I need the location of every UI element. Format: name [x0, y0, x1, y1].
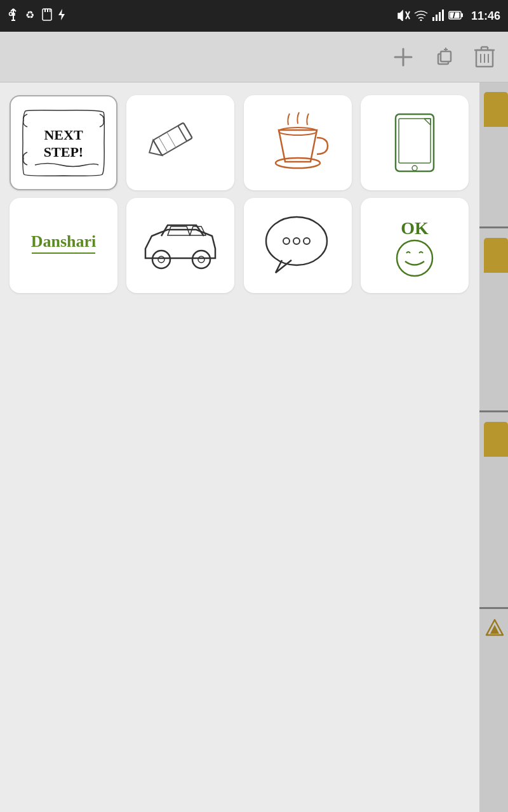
svg-point-62 [397, 240, 432, 276]
svg-rect-11 [50, 9, 51, 12]
svg-point-57 [266, 217, 327, 265]
svg-point-59 [293, 238, 300, 244]
sticker-car[interactable] [126, 198, 234, 293]
sticker-next-step[interactable]: NEXT STEP! [10, 95, 117, 190]
toolbar [0, 32, 508, 82]
svg-rect-21 [461, 13, 463, 17]
svg-line-43 [159, 137, 168, 152]
svg-rect-27 [441, 51, 451, 62]
svg-point-54 [158, 256, 164, 263]
svg-text:OK: OK [401, 218, 429, 238]
sidebar-section-3 [479, 412, 508, 609]
svg-text:STEP!: STEP! [44, 144, 83, 160]
add-button[interactable] [392, 46, 414, 68]
status-bar: ♻ [0, 0, 508, 32]
svg-rect-41 [178, 122, 192, 141]
flash-icon [57, 8, 66, 23]
delete-button[interactable] [474, 45, 495, 69]
sticker-ok[interactable]: OK [361, 198, 469, 293]
svg-rect-19 [442, 10, 444, 21]
sidebar [479, 82, 508, 812]
status-icons-right: 11:46 [396, 10, 500, 23]
sticker-coffee[interactable] [244, 95, 352, 190]
sticker-pencil[interactable] [126, 95, 234, 190]
sticker-grid: NEXT STEP! [10, 95, 470, 293]
usb-icon [8, 8, 19, 24]
svg-marker-42 [145, 140, 162, 160]
clock: 11:46 [471, 10, 500, 23]
sticker-speech[interactable] [244, 198, 352, 293]
drive-icon[interactable] [485, 619, 504, 641]
svg-point-15 [420, 19, 422, 21]
svg-text:Danshari: Danshari [31, 232, 97, 251]
svg-point-56 [198, 256, 204, 263]
wifi-icon [414, 10, 428, 23]
sidebar-section-1 [479, 82, 508, 228]
svg-rect-16 [432, 17, 434, 21]
svg-point-60 [304, 238, 310, 244]
svg-text:♻: ♻ [25, 10, 34, 20]
svg-rect-10 [47, 9, 48, 12]
svg-rect-17 [436, 15, 438, 21]
folder-tab-1[interactable] [484, 92, 508, 127]
svg-point-58 [283, 238, 290, 244]
recycle-icon: ♻ [24, 8, 37, 23]
sidebar-section-2 [479, 228, 508, 412]
svg-rect-18 [439, 12, 441, 21]
svg-point-53 [152, 251, 170, 268]
signal-icon [432, 10, 444, 23]
main-area: NEXT STEP! [0, 82, 508, 812]
svg-rect-9 [44, 9, 46, 12]
svg-line-44 [167, 132, 176, 147]
svg-point-49 [412, 166, 417, 171]
sidebar-drive-section [479, 609, 508, 812]
folder-tab-2[interactable] [484, 238, 508, 273]
content-area: NEXT STEP! [0, 82, 479, 812]
svg-line-50 [424, 119, 431, 125]
sd-icon [42, 8, 52, 23]
svg-point-45 [276, 158, 320, 168]
svg-point-55 [192, 251, 210, 268]
svg-marker-12 [58, 9, 65, 20]
sticker-tablet[interactable] [361, 95, 469, 190]
svg-point-46 [279, 128, 317, 135]
sticker-danshari[interactable]: Danshari [10, 198, 117, 293]
svg-text:NEXT: NEXT [44, 127, 83, 143]
duplicate-button[interactable] [433, 46, 455, 68]
mute-icon [396, 10, 410, 23]
folder-tab-3[interactable] [484, 422, 508, 457]
svg-rect-48 [399, 119, 431, 163]
battery-icon [448, 11, 464, 22]
status-icons-left: ♻ [8, 8, 66, 24]
